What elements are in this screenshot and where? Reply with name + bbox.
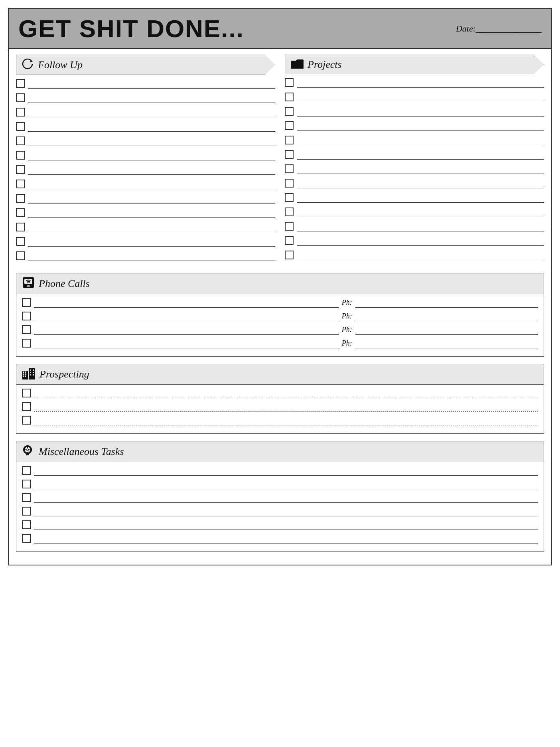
checkbox[interactable] xyxy=(285,179,294,188)
checkbox[interactable] xyxy=(16,122,25,131)
list-item xyxy=(285,164,544,175)
checkbox[interactable] xyxy=(22,466,31,475)
input-line[interactable] xyxy=(28,152,275,160)
checkbox[interactable] xyxy=(22,416,31,425)
misc-label: Miscellaneous Tasks xyxy=(39,446,124,458)
checkbox[interactable] xyxy=(16,151,25,160)
checkbox[interactable] xyxy=(22,389,31,397)
checkbox[interactable] xyxy=(22,325,31,334)
checkbox[interactable] xyxy=(285,208,294,216)
input-line[interactable] xyxy=(297,93,544,102)
misc-tasks-section: Miscellaneous Tasks xyxy=(16,441,544,552)
checkbox[interactable] xyxy=(22,507,31,516)
checkbox[interactable] xyxy=(285,107,294,116)
checkbox[interactable] xyxy=(16,93,25,102)
checkbox[interactable] xyxy=(285,236,294,245)
input-line[interactable] xyxy=(297,79,544,88)
input-line[interactable] xyxy=(28,238,275,247)
input-line[interactable] xyxy=(34,480,538,489)
input-line[interactable] xyxy=(297,180,544,188)
phone-number-line[interactable] xyxy=(355,326,538,335)
date-field[interactable]: Date:_______________ xyxy=(456,24,542,34)
ph-label: Ph: xyxy=(342,312,352,321)
input-line[interactable] xyxy=(297,108,544,117)
svg-rect-20 xyxy=(30,374,31,375)
checkbox[interactable] xyxy=(285,251,294,259)
follow-up-column: Follow Up xyxy=(16,55,275,266)
input-line[interactable] xyxy=(297,194,544,203)
input-line[interactable] xyxy=(34,326,339,335)
input-line[interactable] xyxy=(28,123,275,132)
input-line[interactable] xyxy=(28,223,275,232)
input-line[interactable] xyxy=(28,80,275,89)
checkbox[interactable] xyxy=(22,534,31,543)
input-line[interactable] xyxy=(297,165,544,174)
svg-marker-0 xyxy=(30,59,33,62)
phone-number-line[interactable] xyxy=(355,312,538,321)
phone-number-line[interactable] xyxy=(355,340,538,348)
input-line[interactable] xyxy=(34,340,339,348)
refresh-icon xyxy=(22,58,34,71)
list-item xyxy=(16,223,275,233)
checkbox[interactable] xyxy=(285,150,294,159)
phone-calls-body: Ph: Ph: Ph: Ph: xyxy=(16,294,544,356)
checkbox[interactable] xyxy=(285,222,294,231)
input-line[interactable] xyxy=(34,535,538,543)
input-line[interactable] xyxy=(297,237,544,246)
input-line[interactable] xyxy=(34,508,538,516)
svg-text:☎: ☎ xyxy=(27,285,30,288)
checkbox[interactable] xyxy=(16,208,25,217)
input-line[interactable] xyxy=(297,136,544,145)
checkbox[interactable] xyxy=(285,121,294,130)
checkbox[interactable] xyxy=(22,480,31,488)
input-line[interactable] xyxy=(28,252,275,261)
input-line[interactable] xyxy=(34,494,538,503)
input-line[interactable] xyxy=(34,417,538,425)
input-line[interactable] xyxy=(34,312,339,321)
checkbox[interactable] xyxy=(16,165,25,174)
checkbox[interactable] xyxy=(16,237,25,246)
input-line[interactable] xyxy=(28,109,275,117)
checkbox[interactable] xyxy=(22,339,31,348)
checkbox[interactable] xyxy=(22,402,31,411)
input-line[interactable] xyxy=(34,389,538,398)
checkbox[interactable] xyxy=(285,78,294,87)
checkbox[interactable] xyxy=(285,193,294,202)
input-line[interactable] xyxy=(297,223,544,231)
input-line[interactable] xyxy=(28,209,275,218)
input-line[interactable] xyxy=(34,467,538,476)
checkbox[interactable] xyxy=(16,108,25,117)
input-line[interactable] xyxy=(28,166,275,175)
checkbox[interactable] xyxy=(22,493,31,502)
input-line[interactable] xyxy=(28,137,275,146)
input-line[interactable] xyxy=(28,180,275,189)
input-line[interactable] xyxy=(34,299,339,308)
input-line[interactable] xyxy=(297,122,544,131)
checkbox[interactable] xyxy=(285,93,294,101)
checkbox[interactable] xyxy=(22,298,31,307)
input-line[interactable] xyxy=(297,151,544,160)
input-line[interactable] xyxy=(34,521,538,530)
checkbox[interactable] xyxy=(285,136,294,144)
checkbox[interactable] xyxy=(16,136,25,145)
input-line[interactable] xyxy=(297,251,544,260)
list-item xyxy=(16,237,275,247)
input-line[interactable] xyxy=(28,94,275,103)
svg-rect-19 xyxy=(33,372,34,373)
checkbox[interactable] xyxy=(16,223,25,231)
checkbox[interactable] xyxy=(16,194,25,203)
checkbox[interactable] xyxy=(16,79,25,88)
svg-rect-17 xyxy=(33,370,34,371)
header: GET SHIT DONE... Date:_______________ xyxy=(9,9,551,49)
checkbox[interactable] xyxy=(16,180,25,188)
checkbox[interactable] xyxy=(285,164,294,173)
input-line[interactable] xyxy=(34,403,538,412)
misc-row xyxy=(22,520,538,530)
input-line[interactable] xyxy=(28,195,275,204)
checkbox[interactable] xyxy=(22,312,31,320)
list-item xyxy=(285,222,544,232)
input-line[interactable] xyxy=(297,208,544,217)
phone-number-line[interactable] xyxy=(355,299,538,308)
checkbox[interactable] xyxy=(22,520,31,529)
checkbox[interactable] xyxy=(16,251,25,260)
